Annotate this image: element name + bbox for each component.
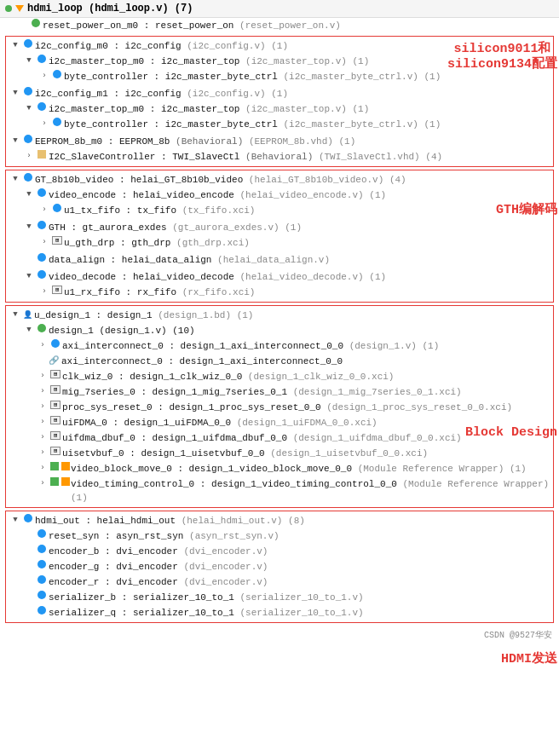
collapse-icon[interactable]: ▼ — [23, 102, 35, 114]
collapse-icon[interactable]: ▼ — [23, 270, 35, 282]
collapse-icon[interactable]: ▼ — [23, 324, 35, 336]
item-text: i2c_config_m0 : i2c_config (i2c_config.v… — [35, 39, 288, 53]
list-item: › byte_controller : i2c_master_byte_ctrl… — [6, 117, 553, 132]
warning-icon — [15, 5, 24, 12]
item-text: design_1 (design_1.v) (10) — [49, 324, 195, 338]
dot-icon — [51, 339, 60, 348]
item-text: EEPROM_8b_m0 : EEPROM_8b (Behavioral) (E… — [35, 135, 355, 148]
list-item: ▼ 👤 u_design_1 : design_1 (design_1.bd) … — [6, 308, 553, 323]
list-item: data_align : helai_data_align (helai_dat… — [6, 252, 553, 268]
design-section: ▼ 👤 u_design_1 : design_1 (design_1.bd) … — [5, 305, 554, 508]
item-text: I2C_SlaveController : TWI_SlaveCtl (Beha… — [49, 150, 442, 164]
expand-icon[interactable]: › — [37, 416, 49, 428]
expand-icon[interactable]: › — [23, 150, 35, 162]
collapse-icon[interactable]: ▼ — [9, 39, 21, 51]
main-container: hdmi_loop (hdmi_loop.v) (7) silicon9011和… — [0, 0, 559, 644]
collapse-icon[interactable]: ▼ — [9, 173, 21, 185]
list-item: encoder_g : dvi_encoder (dvi_encoder.v) — [6, 559, 553, 574]
watermark: CSDN @9527华安 — [0, 626, 559, 644]
dot-icon — [37, 545, 46, 553]
item-text: encoder_g : dvi_encoder (dvi_encoder.v) — [49, 560, 268, 574]
item-text: axi_interconnect_0 : design_1_axi_interc… — [62, 339, 439, 353]
expand-icon[interactable]: › — [38, 204, 50, 216]
dot-icon — [37, 324, 46, 332]
expand-icon[interactable]: › — [38, 236, 50, 248]
list-item: › axi_interconnect_0 : design_1_axi_inte… — [6, 338, 553, 354]
dot-icon — [24, 39, 32, 48]
list-item: reset_syn : asyn_rst_syn (asyn_rst_syn.v… — [6, 528, 553, 544]
item-text: i2c_master_top_m0 : i2c_master_top (i2c_… — [49, 102, 369, 116]
item-text: hdmi_out : helai_hdmi_out (helai_hdmi_ou… — [35, 514, 305, 528]
list-item: › video_block_move_0 : design_1_video_bl… — [6, 461, 553, 476]
dot-icon — [37, 188, 46, 197]
item-text: uifdma_dbuf_0 : design_1_uifdma_dbuf_0_0… — [62, 431, 462, 445]
dot-icon — [32, 19, 40, 27]
list-item: ▼ EEPROM_8b_m0 : EEPROM_8b (Behavioral) … — [6, 134, 553, 149]
xci-icon3: ⊞ — [50, 370, 61, 378]
item-text: i2c_master_top_m0 : i2c_master_top (i2c_… — [49, 55, 369, 68]
expand-icon[interactable]: › — [37, 477, 49, 489]
item-text: video_decode : helai_video_decode (helai… — [49, 270, 386, 284]
item-text: data_align : helai_data_align (helai_dat… — [49, 253, 330, 267]
list-item: ▼ video_encode : helai_video_encode (hel… — [6, 188, 553, 203]
collapse-icon[interactable]: ▼ — [23, 221, 35, 233]
gt-section: ▼ GT_8b10b_video : helai_GT_8b10b_video … — [5, 170, 554, 303]
watermark-text: CSDN @9527华安 — [484, 631, 552, 640]
list-item: › ⊞ u1_rx_fifo : rx_fifo (rx_fifo.xci) — [6, 285, 553, 300]
item-text: GT_8b10b_video : helai_GT_8b10b_video (h… — [35, 173, 406, 187]
dot-icon — [37, 221, 46, 229]
behavioral-icon — [37, 150, 46, 159]
collapse-icon[interactable]: ▼ — [23, 188, 35, 200]
list-item: ▼ GTH : gt_aurora_exdes (gt_aurora_exdes… — [6, 220, 553, 235]
list-item: › byte_controller : i2c_master_byte_ctrl… — [6, 69, 553, 84]
collapse-icon[interactable]: ▼ — [9, 309, 21, 320]
dot-icon — [37, 270, 46, 279]
expand-icon[interactable]: › — [37, 385, 49, 397]
expand-icon[interactable]: › — [37, 447, 49, 459]
expand-icon[interactable]: › — [37, 462, 49, 474]
item-text: proc_sys_reset_0 : design_1_proc_sys_res… — [62, 401, 512, 414]
dot-icon — [24, 135, 32, 143]
item-text: video_encode : helai_video_encode (helai… — [49, 188, 386, 202]
collapse-icon[interactable]: ▼ — [9, 135, 21, 147]
list-item: › ⊞ uiFDMA_0 : design_1_uiFDMA_0_0 (desi… — [6, 415, 553, 430]
orange-sq-icon — [61, 462, 70, 470]
expand-icon[interactable]: › — [37, 339, 49, 351]
dot-icon — [37, 55, 46, 63]
item-text: serializer_b : serializer_10_to_1 (seria… — [49, 591, 364, 604]
dot-icon — [24, 87, 32, 95]
dot-icon — [53, 118, 61, 126]
collapse-icon[interactable]: ▼ — [23, 55, 35, 66]
list-item: ▼ hdmi_out : helai_hdmi_out (helai_hdmi_… — [6, 513, 553, 528]
list-item: ▼ GT_8b10b_video : helai_GT_8b10b_video … — [6, 172, 553, 188]
collapse-icon[interactable]: ▼ — [9, 87, 21, 99]
xci-icon8: ⊞ — [50, 447, 61, 455]
list-item: › u1_tx_fifo : tx_fifo (tx_fifo.xci) — [6, 203, 553, 218]
expand-icon[interactable]: › — [38, 70, 50, 82]
collapse-icon[interactable]: ▼ — [9, 514, 21, 526]
dot-icon — [37, 253, 46, 262]
xci-icon2: ⊞ — [52, 286, 62, 294]
green-sq-icon2 — [50, 477, 59, 486]
expand-icon[interactable]: › — [37, 401, 49, 413]
orange-sq-icon2 — [61, 477, 70, 486]
expand-icon[interactable]: › — [37, 370, 49, 382]
xci-icon7: ⊞ — [50, 431, 61, 440]
item-text: u_gth_drp : gth_drp (gth_drp.xci) — [64, 236, 250, 250]
item-text: video_block_move_0 : design_1_video_bloc… — [71, 462, 527, 476]
list-item: ▼ video_decode : helai_video_decode (hel… — [6, 269, 553, 285]
dot-icon — [24, 173, 32, 182]
expand-icon[interactable]: › — [37, 431, 49, 443]
list-item: › ⊞ clk_wiz_0 : design_1_clk_wiz_0_0 (de… — [6, 369, 553, 384]
status-dot — [5, 5, 12, 12]
list-item: › ⊞ proc_sys_reset_0 : design_1_proc_sys… — [6, 400, 553, 415]
list-item: › ⊞ u_gth_drp : gth_drp (gth_drp.xci) — [6, 235, 553, 251]
xci-icon6: ⊞ — [50, 416, 61, 424]
list-item: › I2C_SlaveController : TWI_SlaveCtl (Be… — [6, 149, 553, 164]
item-text: u_design_1 : design_1 (design_1.bd) (1) — [34, 309, 253, 322]
list-item: › ⊞ uisetvbuf_0 : design_1_uisetvbuf_0_0… — [6, 446, 553, 461]
expand-icon[interactable]: › — [38, 286, 50, 297]
expand-icon[interactable]: › — [38, 118, 50, 130]
item-text: u1_rx_fifo : rx_fifo (rx_fifo.xci) — [64, 286, 255, 299]
dot-icon — [37, 529, 46, 538]
